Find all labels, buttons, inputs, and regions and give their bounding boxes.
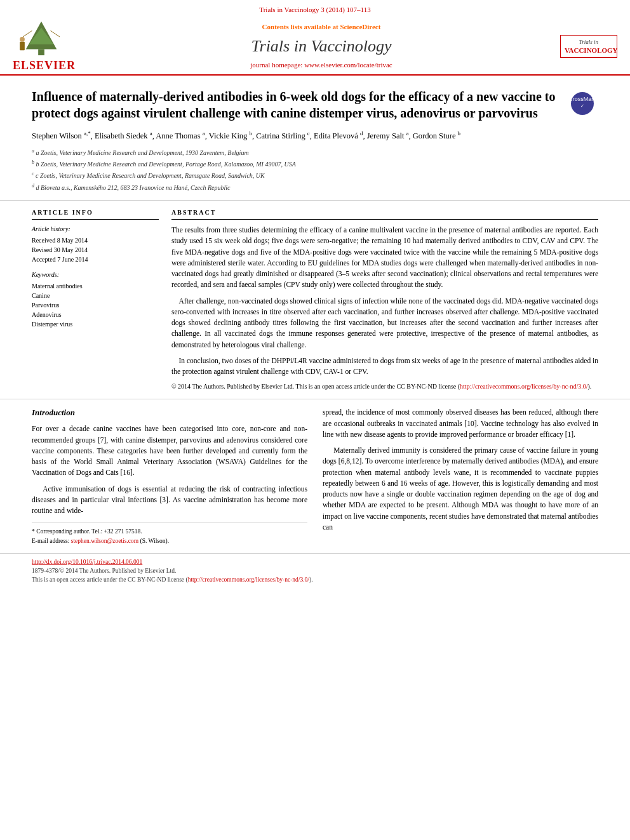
header-main: ELSEVIER Contents lists available at Sci… [13,18,617,74]
abstract-para-2: After challenge, non-vaccinated dogs sho… [171,296,598,350]
badge-name: VACCINOLOGY [565,46,613,55]
affil-1: a a Zoetis, Veterinary Medicine Research… [32,147,598,157]
journal-header: Trials in Vaccinology 3 (2014) 107–113 [0,0,630,76]
journal-ref: Trials in Vaccinology 3 (2014) 107–113 [13,5,617,15]
body-left-col: Introduction For over a decade canine va… [32,407,307,545]
intro-para-2: Active immunisation of dogs is essential… [32,484,307,517]
history-label: Article history: [32,225,159,234]
article-info-panel: Article Info Article history: Received 8… [32,208,159,391]
affil-2: b b Zoetis, Veterinary Medicine Research… [32,159,598,169]
sciencedirect-link-text[interactable]: ScienceDirect [340,23,380,30]
header-center: Contents lists available at ScienceDirec… [89,22,554,70]
email-link[interactable]: stephen.wilson@zoetis.com [71,538,138,544]
journal-badge: Trials in VACCINOLOGY [560,35,617,58]
elsevier-label: ELSEVIER [13,58,76,74]
footer-license-link[interactable]: http://creativecommons.org/licenses/by-n… [188,577,309,583]
svg-text:CrossMark: CrossMark [570,96,595,102]
article-info-heading: Article Info [32,208,159,220]
info-abstract-section: Article Info Article history: Received 8… [0,201,630,399]
body-two-col: Introduction For over a decade canine va… [32,407,598,545]
revised-date: Revised 30 May 2014 [32,245,159,255]
keyword-5: Distemper virus [32,319,159,329]
svg-line-5 [23,31,32,37]
svg-point-4 [20,37,25,42]
elsevier-logo-area: ELSEVIER [13,18,89,74]
footnote-email: E-mail address: stephen.wilson@zoetis.co… [32,537,307,545]
keyword-4: Adenovirus [32,310,159,319]
keyword-3: Parvovirus [32,300,159,310]
intro-para-3: spread, the incidence of most commonly o… [323,407,598,440]
footnote-area: * Corresponding author. Tel.: +32 271 57… [32,523,307,545]
license-text: © 2014 The Authors. Published by Elsevie… [171,382,598,391]
intro-left-text: For over a decade canine vaccines have b… [32,423,307,516]
footer-license: This is an open access article under the… [32,575,598,584]
page-footer: http://dx.doi.org/10.1016/j.trivac.2014.… [0,553,630,589]
abstract-panel: Abstract The results from three studies … [171,208,598,391]
received-date: Received 8 May 2014 [32,236,159,245]
body-right-col: spread, the incidence of most commonly o… [323,407,598,545]
abstract-heading: Abstract [171,208,598,220]
abstract-text: The results from three studies determini… [171,225,598,377]
crossmark-area: CrossMark ✓ [570,91,598,119]
authors-line: Stephen Wilson a,*, Elisabeth Siedek a, … [32,129,598,142]
keywords-label: Keywords: [32,270,159,279]
page: Trials in Vaccinology 3 (2014) 107–113 [0,0,630,840]
svg-marker-2 [29,28,54,44]
accepted-date: Accepted 7 June 2014 [32,255,159,264]
svg-rect-3 [20,42,25,51]
affil-3: c c Zoetis, Veterinary Medicine Research… [32,170,598,180]
journal-badge-area: Trials in VACCINOLOGY [554,35,617,58]
intro-para-1: For over a decade canine vaccines have b… [32,423,307,478]
license-link[interactable]: http://creativecommons.org/licenses/by-n… [460,383,587,390]
doi-link[interactable]: http://dx.doi.org/10.1016/j.trivac.2014.… [32,559,142,565]
footer-doi: http://dx.doi.org/10.1016/j.trivac.2014.… [32,557,598,566]
journal-title: Trials in Vaccinology [102,35,541,58]
journal-homepage: journal homepage: www.elsevier.com/locat… [102,60,541,70]
article-title: Influence of maternally-derived antibodi… [32,88,570,121]
elsevier-logo: ELSEVIER [13,18,89,74]
affil-4: d d Bioveta a.s., Kamenského 212, 683 23… [32,182,598,192]
footer-issn: 1879-4378/© 2014 The Authors. Published … [32,566,598,575]
footnote-corresponding: * Corresponding author. Tel.: +32 271 57… [32,527,307,536]
badge-prefix: Trials in [565,38,613,46]
intro-para-4: Maternally derived immunity is considere… [323,445,598,533]
sciencedirect-info: Contents lists available at ScienceDirec… [102,22,541,32]
keyword-1: Maternal antibodies [32,281,159,291]
svg-line-6 [51,31,60,37]
keyword-2: Canine [32,291,159,300]
affiliations: a a Zoetis, Veterinary Medicine Research… [32,147,598,192]
svg-text:✓: ✓ [580,103,584,108]
crossmark-icon: CrossMark ✓ [570,91,595,116]
intro-right-text: spread, the incidence of most commonly o… [323,407,598,533]
intro-title: Introduction [32,407,307,418]
body-content: Introduction For over a decade canine va… [0,399,630,553]
elsevier-tree-icon [13,18,70,57]
keywords-subsection: Keywords: Maternal antibodies Canine Par… [32,270,159,329]
title-row: Influence of maternally-derived antibodi… [32,88,598,121]
abstract-para-1: The results from three studies determini… [171,225,598,291]
abstract-para-3: In conclusion, two doses of the DHPPi/L4… [171,356,598,378]
svg-rect-0 [38,50,44,56]
article-header: Influence of maternally-derived antibodi… [0,76,630,201]
history-subsection: Article history: Received 8 May 2014 Rev… [32,225,159,264]
